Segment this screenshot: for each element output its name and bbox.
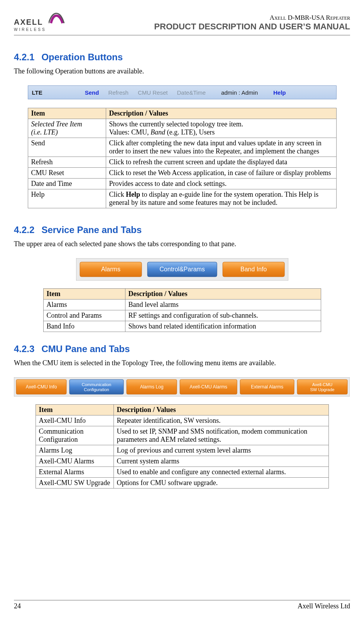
toolbar-refresh: Refresh: [108, 89, 129, 96]
cell-item: CMU Reset: [28, 168, 106, 179]
logo: AXELL WIRELESS: [14, 12, 65, 32]
cell-desc-i: Band: [151, 128, 165, 136]
table-header-row: Item Description / Values: [43, 289, 321, 300]
cell-desc: Log of previous and current system level…: [113, 445, 328, 456]
svg-text:Communication: Communication: [82, 382, 111, 387]
table-row: Band Info Shows band related identificat…: [43, 321, 321, 332]
table-service-tabs: Item Description / Values Alarms Band le…: [43, 288, 321, 332]
heading-421: 4.2.1Operation Buttons: [14, 52, 350, 63]
brand-name-top: AXELL: [14, 18, 46, 27]
table-header-row: Item Description / Values: [28, 108, 336, 119]
cell-desc: RF settings and configuration of sub-cha…: [125, 310, 321, 321]
table-row: Selected Tree Item (i.e. LTE) Shows the …: [28, 119, 336, 138]
cell-desc-pre: Click: [109, 191, 126, 198]
table-row: External Alarms Used to enable and confi…: [36, 467, 328, 478]
cmu-tabs-screenshot: Axell-CMU Info Communication Configurati…: [14, 377, 350, 397]
svg-text:SW Upgrade: SW Upgrade: [310, 387, 335, 392]
heading-423: 4.2.3CMU Pane and Tabs: [14, 344, 350, 354]
cell-item: Help: [28, 189, 106, 208]
table-operation-buttons: Item Description / Values Selected Tree …: [28, 108, 337, 208]
cell-item: Selected Tree Item (i.e. LTE): [28, 119, 106, 138]
cell-desc: Shows the currently selected topology tr…: [106, 119, 336, 138]
toolbar-admin: admin : Admin: [221, 89, 258, 96]
cell-item-line2: (i.e. LTE): [31, 128, 58, 136]
header-rule: [14, 35, 350, 36]
cell-desc: Current system alarms: [113, 456, 328, 467]
table-row: Date and Time Provides access to date an…: [28, 179, 336, 189]
cell-desc: Click to refresh the current screen and …: [106, 157, 336, 168]
tab-band-info: Band Info: [240, 266, 267, 272]
th-desc: Description / Values: [113, 405, 328, 415]
cell-item: Alarms Log: [36, 445, 113, 456]
th-desc: Description / Values: [106, 108, 336, 119]
cell-desc: Used to enable and configure any connect…: [113, 467, 328, 478]
cell-desc: Band level alarms: [125, 300, 321, 310]
intro-421: The following Operation buttons are avai…: [14, 67, 350, 75]
heading-num: 4.2.1: [14, 52, 34, 62]
cell-desc-post: to display an e-guide line for the syste…: [109, 191, 319, 206]
cell-desc: Provides access to date and clock settin…: [106, 179, 336, 189]
footer-company: Axell Wireless Ltd: [298, 602, 350, 610]
tab-control-params: Control&Params: [159, 266, 205, 272]
table-row: Communication Configuration Used to set …: [36, 426, 328, 445]
cell-item: Send: [28, 138, 106, 157]
cell-item: Band Info: [43, 321, 125, 332]
cell-item: Date and Time: [28, 179, 106, 189]
table-row: Help Click Help to display an e-guide li…: [28, 189, 336, 208]
cell-desc: Repeater identification, SW versions.: [113, 415, 328, 426]
tab-cmu-info: Axell-CMU Info: [26, 384, 57, 390]
axell-logo-mark-icon: [49, 12, 65, 26]
th-item: Item: [43, 289, 125, 300]
cell-desc: Options for CMU software upgrade.: [113, 478, 328, 489]
cell-item: Control and Params: [43, 310, 125, 321]
th-item: Item: [28, 108, 106, 119]
cell-desc-post: (e.g. LTE), Users: [165, 128, 215, 136]
cell-desc: Click after completing the new data inpu…: [106, 138, 336, 157]
intro-422: The upper area of each selected pane sho…: [14, 240, 350, 248]
cell-item: Axell-CMU Info: [36, 415, 113, 426]
cell-desc-b: Help: [126, 191, 140, 198]
header-right: Axell D-MBR-USA Repeater PRODUCT DESCRIP…: [154, 14, 350, 32]
svg-rect-12: [297, 380, 347, 394]
tab-alarms-log: Alarms Log: [140, 384, 164, 390]
hdr-seg-b: Repeater: [326, 14, 350, 21]
page-number: 24: [14, 602, 21, 610]
table-header-row: Item Description / Values: [36, 405, 328, 415]
table-row: Axell-CMU SW Upgrade Options for CMU sof…: [36, 478, 328, 489]
table-row: Send Click after completing the new data…: [28, 138, 336, 157]
table-row: Axell-CMU Info Repeater identification, …: [36, 415, 328, 426]
cell-desc: Used to set IP, SNMP and SMS notificatio…: [113, 426, 328, 445]
tab-ext-alarms: External Alarms: [251, 384, 283, 390]
heading-text: CMU Pane and Tabs: [41, 344, 130, 354]
tab-cmu-alarms: Axell-CMU Alarms: [190, 384, 227, 390]
toolbar-help: Help: [273, 89, 286, 96]
toolbar-selected-item: LTE: [32, 89, 42, 96]
tab-alarms: Alarms: [101, 266, 120, 272]
table-row: CMU Reset Click to reset the Web Access …: [28, 168, 336, 179]
intro-423: When the CMU item is selected in the Top…: [14, 359, 350, 367]
table-row: Alarms Log Log of previous and current s…: [36, 445, 328, 456]
th-desc: Description / Values: [125, 289, 321, 300]
table-cmu-tabs: Item Description / Values Axell-CMU Info…: [36, 404, 329, 489]
toolbar-send: Send: [85, 89, 99, 96]
svg-text:Axell-CMU: Axell-CMU: [312, 382, 333, 387]
toolbar-screenshot: LTE Send Refresh CMU Reset Date&Time adm…: [28, 85, 337, 99]
cell-item: External Alarms: [36, 467, 113, 478]
table-row: Alarms Band level alarms: [43, 300, 321, 310]
svg-rect-6: [69, 380, 124, 394]
heading-422: 4.2.2Service Pane and Tabs: [14, 225, 350, 235]
th-item: Item: [36, 405, 113, 415]
cell-desc: Click to reset the Web Access applicatio…: [106, 168, 336, 179]
svg-text:Configuration: Configuration: [84, 387, 109, 392]
heading-text: Operation Buttons: [41, 52, 123, 62]
cell-desc: Shows band related identification inform…: [125, 321, 321, 332]
cell-item: Communication Configuration: [36, 426, 113, 445]
table-row: Refresh Click to refresh the current scr…: [28, 157, 336, 168]
table-row: Axell-CMU Alarms Current system alarms: [36, 456, 328, 467]
heading-num: 4.2.3: [14, 344, 34, 354]
cell-item: Axell-CMU Alarms: [36, 456, 113, 467]
heading-num: 4.2.2: [14, 225, 34, 235]
header-doc-title: PRODUCT DESCRIPTION AND USER’S MANUAL: [154, 22, 350, 32]
service-tabs-screenshot: Alarms Control&Params Band Info: [76, 258, 288, 281]
cell-item: Refresh: [28, 157, 106, 168]
